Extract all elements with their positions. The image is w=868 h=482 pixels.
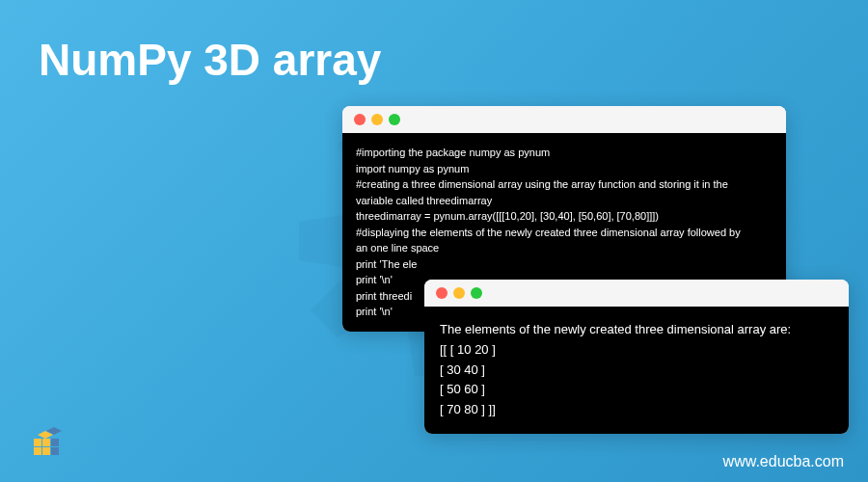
minimize-icon [371,114,383,125]
svg-rect-5 [51,447,59,455]
svg-rect-0 [34,439,41,446]
code-line: print 'The ele [356,256,773,273]
cube-logo-icon [29,415,77,463]
window-header [424,280,849,307]
output-line: [ 50 60 ] [440,380,833,400]
website-url: www.educba.com [723,453,844,470]
maximize-icon [471,287,482,299]
code-line: #creating a three dimensional array usin… [356,176,773,193]
close-icon [436,287,448,299]
output-line: The elements of the newly created three … [440,320,833,340]
minimize-icon [453,287,465,299]
output-line: [ 30 40 ] [440,361,833,381]
output-line: [ 70 80 ] ]] [440,400,833,420]
svg-rect-4 [51,439,59,446]
output-body: The elements of the newly created three … [424,307,849,434]
code-window-output: The elements of the newly created three … [424,280,849,434]
window-header [342,106,786,133]
maximize-icon [389,114,400,125]
page-title: NumPy 3D array [39,34,381,86]
code-line: import numpy as pynum [356,161,773,177]
svg-rect-3 [42,447,50,455]
svg-rect-1 [42,439,50,446]
svg-rect-2 [34,447,41,455]
code-line: an one line space [356,240,773,256]
code-line: #displaying the elements of the newly cr… [356,225,773,241]
code-line: #importing the package numpy as pynum [356,145,773,161]
output-line: [[ [ 10 20 ] [440,340,833,361]
close-icon [354,114,366,125]
code-line: threedimarray = pynum.array([[[10,20], [… [356,208,773,225]
code-line: variable called threedimarray [356,193,773,209]
